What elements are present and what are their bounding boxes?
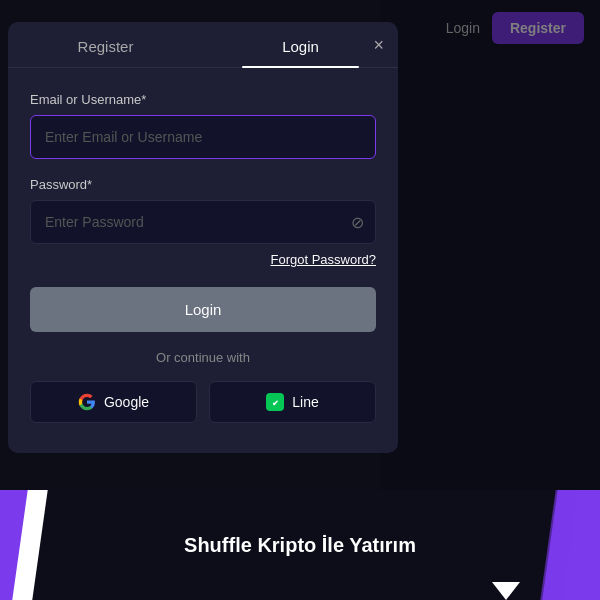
banner-shape-left	[0, 490, 80, 600]
google-login-button[interactable]: Google	[30, 381, 197, 423]
modal-tabs: Register Login	[8, 22, 398, 68]
social-buttons: Google ✔ Line	[30, 381, 376, 423]
banner-triangle	[492, 582, 520, 600]
or-continue-text: Or continue with	[30, 350, 376, 365]
toggle-password-icon[interactable]: ⊘	[351, 213, 364, 232]
line-login-button[interactable]: ✔ Line	[209, 381, 376, 423]
bottom-banner: Shuffle Kripto İle Yatırım	[0, 490, 600, 600]
login-modal: × Register Login Email or Username* Pass…	[8, 22, 398, 453]
google-label: Google	[104, 394, 149, 410]
login-button[interactable]: Login	[30, 287, 376, 332]
password-wrapper: ⊘	[30, 200, 376, 244]
line-label: Line	[292, 394, 318, 410]
forgot-password-link[interactable]: Forgot Password?	[30, 252, 376, 267]
form-body: Email or Username* Password* ⊘ Forgot Pa…	[8, 92, 398, 423]
tab-login[interactable]: Login	[203, 22, 398, 67]
email-label: Email or Username*	[30, 92, 376, 107]
line-icon: ✔	[266, 393, 284, 411]
email-input[interactable]	[30, 115, 376, 159]
tab-register[interactable]: Register	[8, 22, 203, 67]
svg-text:✔: ✔	[272, 399, 279, 408]
modal-overlay: × Register Login Email or Username* Pass…	[0, 0, 600, 490]
google-icon	[78, 393, 96, 411]
email-wrapper	[30, 115, 376, 159]
password-input[interactable]	[30, 200, 376, 244]
password-label: Password*	[30, 177, 376, 192]
banner-text: Shuffle Kripto İle Yatırım	[184, 534, 416, 557]
